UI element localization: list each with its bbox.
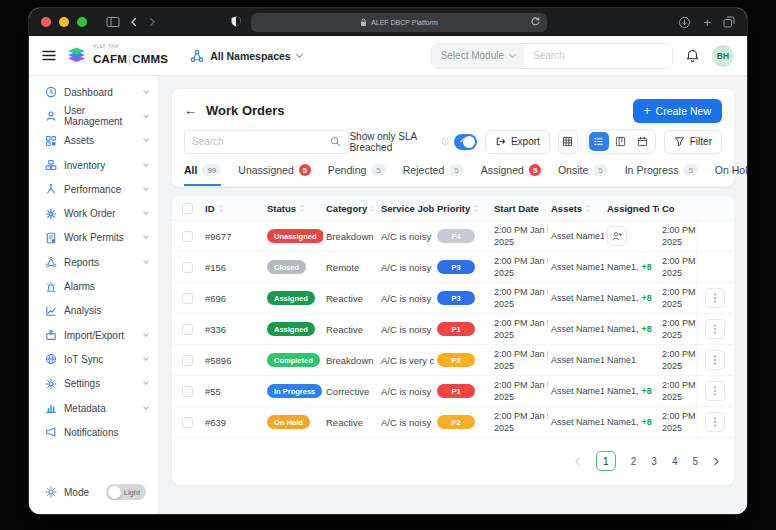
create-new-button[interactable]: + Create New <box>633 99 722 123</box>
sidebar-item-dashboard[interactable]: Dashboard <box>29 80 158 104</box>
grid-view-button[interactable] <box>558 130 578 154</box>
row-actions-button[interactable] <box>705 319 725 339</box>
theme-mode-toggle[interactable]: Light <box>106 484 146 500</box>
column-start-date[interactable]: Start Date <box>491 203 548 214</box>
tab-assigned[interactable]: Assigned5 <box>481 164 541 186</box>
sidebar-item-settings[interactable]: Settings <box>29 372 158 396</box>
kanban-view-button[interactable] <box>611 132 631 151</box>
forward-icon[interactable] <box>148 17 156 27</box>
list-view-button[interactable] <box>589 132 609 151</box>
filter-button[interactable]: Filter <box>664 130 722 154</box>
row-checkbox[interactable] <box>182 355 193 366</box>
tab-in-progress[interactable]: In Progress5 <box>625 164 698 186</box>
page-number-3[interactable]: 3 <box>651 456 657 467</box>
main-content: ← Work Orders + Create New <box>159 76 747 514</box>
row-actions-button[interactable] <box>705 412 725 432</box>
table-search-box[interactable] <box>184 130 349 154</box>
cell-category: Reactive <box>323 417 378 428</box>
cell-start-date: 2:00 PM Jan 52025 <box>491 225 548 247</box>
tab-rejected[interactable]: Rejected5 <box>403 164 464 186</box>
assign-user-button[interactable] <box>607 226 627 246</box>
sidebar-item-import-export[interactable]: Import/Export <box>29 323 158 347</box>
column-status[interactable]: Status <box>264 203 323 214</box>
zoom-window-button[interactable] <box>77 17 87 27</box>
work-orders-header-card: ← Work Orders + Create New <box>172 89 734 187</box>
sidebar-toggle-icon[interactable] <box>106 16 120 28</box>
column-assets[interactable]: Assets <box>548 203 604 214</box>
brand-logo[interactable]: ALEF TAM CAFM|CMMS <box>66 45 168 67</box>
column-priority[interactable]: Priority <box>434 203 491 214</box>
global-search-input[interactable] <box>524 44 672 68</box>
close-window-button[interactable] <box>41 17 51 27</box>
brand-subtitle: ALEF TAM <box>93 45 168 50</box>
table-search-input[interactable] <box>192 136 330 147</box>
sidebar-item-performance[interactable]: Performance <box>29 177 158 201</box>
cell-id: #156 <box>202 262 264 273</box>
sidebar-item-notifications[interactable]: Notifications <box>29 420 158 444</box>
tab-unassigned[interactable]: Unassigned5 <box>238 164 310 186</box>
row-actions-button[interactable] <box>705 381 725 401</box>
user-avatar[interactable]: BH <box>712 45 734 67</box>
sidebar-item-alarms[interactable]: Alarms <box>29 274 158 298</box>
sidebar-item-analysis[interactable]: Analysis <box>29 299 158 323</box>
page-number-2[interactable]: 2 <box>631 456 637 467</box>
cell-service-job: A/C is noisy <box>378 417 434 428</box>
chevron-down-icon <box>143 258 149 264</box>
new-tab-icon[interactable]: + <box>703 16 711 29</box>
tab-pending[interactable]: Pending5 <box>328 164 386 186</box>
cell-id: #55 <box>202 386 264 397</box>
column-completed[interactable]: Co <box>659 203 696 214</box>
pagination-next-icon[interactable] <box>713 457 720 466</box>
chevron-down-icon <box>143 161 149 167</box>
row-actions-button[interactable] <box>705 288 725 308</box>
row-checkbox[interactable] <box>182 324 193 335</box>
line-chart-icon <box>45 305 57 317</box>
tab-overview-icon[interactable] <box>723 16 735 28</box>
app-root: ALEF TAM CAFM|CMMS All Namespaces Select… <box>29 36 747 514</box>
sidebar-item-work-permits[interactable]: Work Permits <box>29 226 158 250</box>
sidebar-item-inventory[interactable]: Inventory <box>29 153 158 177</box>
select-all-checkbox[interactable] <box>182 203 193 214</box>
back-icon[interactable] <box>130 17 138 27</box>
sidebar-item-user-management[interactable]: User Management <box>29 104 158 128</box>
row-checkbox[interactable] <box>182 293 193 304</box>
column-id[interactable]: ID <box>202 203 264 214</box>
row-checkbox[interactable] <box>182 262 193 273</box>
minimize-window-button[interactable] <box>59 17 69 27</box>
row-checkbox[interactable] <box>182 386 193 397</box>
hamburger-menu-icon[interactable] <box>42 50 56 61</box>
dashboard-icon <box>45 86 57 98</box>
reload-icon[interactable] <box>530 16 541 27</box>
siren-icon <box>45 281 57 293</box>
page-number-4[interactable]: 4 <box>672 456 678 467</box>
sidebar-item-metadata[interactable]: Metadata <box>29 396 158 420</box>
column-category[interactable]: Category <box>323 203 378 214</box>
tab-count: 5 <box>593 164 607 176</box>
back-arrow-icon[interactable]: ← <box>184 103 197 118</box>
row-checkbox[interactable] <box>182 417 193 428</box>
row-actions-button[interactable] <box>705 350 725 370</box>
pagination-prev-icon[interactable] <box>574 457 581 466</box>
content-blocker-shield-icon[interactable] <box>230 15 242 28</box>
tab-on-hold[interactable]: On Hold5 <box>715 164 747 186</box>
sidebar-item-reports[interactable]: Reports <box>29 250 158 274</box>
column-assigned-to[interactable]: Assigned To <box>604 203 659 214</box>
calendar-view-button[interactable] <box>633 132 653 151</box>
sidebar-item-iot-sync[interactable]: IoT Sync <box>29 347 158 371</box>
downloads-icon[interactable] <box>678 16 691 29</box>
notifications-bell-icon[interactable] <box>685 48 700 64</box>
page-number-1[interactable]: 1 <box>596 451 616 471</box>
address-bar[interactable]: ALEF DBCP Platform <box>251 13 547 32</box>
column-service-job[interactable]: Service Job <box>378 203 434 214</box>
export-button[interactable]: Export <box>485 130 550 154</box>
sidebar-item-work-order[interactable]: Work Order <box>29 201 158 225</box>
namespace-selector[interactable]: All Namespaces <box>190 49 302 63</box>
sort-icon <box>218 204 224 213</box>
sla-breached-toggle[interactable] <box>454 134 477 150</box>
row-checkbox[interactable] <box>182 231 193 242</box>
sidebar-item-assets[interactable]: Assets <box>29 129 158 153</box>
tab-all[interactable]: All99 <box>184 164 221 186</box>
select-module-dropdown[interactable]: Select Module <box>432 44 524 68</box>
tab-onsite[interactable]: Onsite5 <box>558 164 608 186</box>
page-number-5[interactable]: 5 <box>692 456 698 467</box>
